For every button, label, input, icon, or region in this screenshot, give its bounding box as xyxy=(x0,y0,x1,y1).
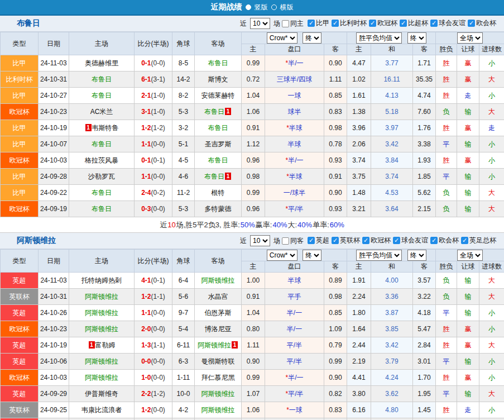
recent-count-select[interactable]: 10 xyxy=(250,18,270,29)
summary-text: 赢率: xyxy=(256,220,272,230)
full-time-score: 1-2 xyxy=(141,406,151,414)
odds-stage-select[interactable]: 终 xyxy=(303,250,321,261)
league-filter-checkbox-item[interactable]: 比利时杯 xyxy=(332,18,367,28)
odds-stage-select[interactable]: 终 xyxy=(303,32,321,44)
league-filter-checkbox-item[interactable]: 球会友谊 xyxy=(393,236,428,245)
handicap: 一球 xyxy=(265,88,324,104)
away-team: 布鲁日 xyxy=(195,120,242,136)
corner-score: 5-6 xyxy=(172,289,195,305)
col-home: 主场 xyxy=(69,250,135,273)
league-filter-checkbox[interactable] xyxy=(369,20,376,27)
league-filter-label: 球会友谊 xyxy=(401,236,428,245)
result-outcome: 胜 xyxy=(436,370,457,386)
league-filter-checkbox[interactable] xyxy=(332,20,339,27)
avg-draw: 3.84 xyxy=(371,152,413,169)
red-card-badge: 1 xyxy=(89,341,95,349)
result-outcome: 胜 xyxy=(436,402,457,418)
away-team: 安德莱赫特 xyxy=(195,88,242,104)
home-team: 阿斯顿维拉 xyxy=(69,321,135,337)
avg-draw: 3.77 xyxy=(371,55,413,71)
recent-count-select[interactable]: 10 xyxy=(250,235,270,246)
result-outcome: 平 xyxy=(436,354,457,370)
odds-company-select[interactable]: Crow* xyxy=(267,32,297,44)
league-filter-checkbox-item[interactable]: 英超 xyxy=(308,236,329,245)
match-date: 24-10-26 xyxy=(39,305,69,321)
league-type-badge: 比甲 xyxy=(1,88,39,104)
odds-away: 0.93 xyxy=(324,152,347,169)
result-outcome: 胜 xyxy=(436,120,457,136)
league-type-badge: 欧冠杯 xyxy=(1,370,39,386)
scope-select[interactable]: 全场 xyxy=(457,32,483,44)
score: 3-1(1-0) xyxy=(135,104,172,120)
result-outcome: 平 xyxy=(436,136,457,152)
full-time-score: 1-1 xyxy=(141,309,151,317)
avg-away: 5.46 xyxy=(413,418,436,420)
league-filter-checkbox-item[interactable]: 比甲 xyxy=(308,18,329,28)
horizontal-layout-radio[interactable] xyxy=(271,4,277,10)
full-time-score: 0-1 xyxy=(141,156,151,164)
scope-select[interactable]: 全场 xyxy=(457,250,483,261)
avg-home: 3.96 xyxy=(347,120,371,136)
same-venue-checkbox-item[interactable]: 同主 xyxy=(282,19,304,28)
league-filter-label: 欧会杯 xyxy=(476,18,496,28)
corner-score: 10-0 xyxy=(172,386,195,402)
avg-stage-select[interactable]: 终 xyxy=(407,32,426,44)
match-date: 24-09-29 xyxy=(39,386,69,402)
goals-outcome: 小 xyxy=(479,88,504,104)
away-team-name: 圣吉罗斯 xyxy=(205,140,232,148)
league-filter-checkbox-item[interactable]: 英联杯 xyxy=(332,236,360,245)
league-filter-checkbox[interactable] xyxy=(362,237,369,244)
handicap-outcome: 赢 xyxy=(457,418,479,420)
summary-text: 场,胜5平2负3, 胜率: xyxy=(176,220,240,230)
home-team-name: 布鲁日 xyxy=(92,75,112,83)
league-filter-checkbox[interactable] xyxy=(430,20,438,27)
match-row: 比甲24-09-28沙勒罗瓦1-1(0-0)4-6布鲁日10.98*半球0.91… xyxy=(1,169,504,185)
home-team-name: 阿斯顿维拉 xyxy=(85,357,118,365)
avg-away: 4.18 xyxy=(413,305,436,321)
vertical-layout-label[interactable]: 竖版 xyxy=(255,3,268,12)
same-venue-checkbox[interactable] xyxy=(282,20,289,27)
league-filter-checkbox[interactable] xyxy=(332,237,339,244)
league-filter-checkbox[interactable] xyxy=(393,237,400,244)
league-filter-checkbox[interactable] xyxy=(461,237,468,244)
match-date: 24-10-27 xyxy=(39,88,69,104)
league-filter-checkbox[interactable] xyxy=(430,237,438,244)
odds-company-select[interactable]: Crow* xyxy=(267,250,297,261)
avg-type-select[interactable]: 胜平负均值 xyxy=(356,32,402,44)
league-filter-checkbox[interactable] xyxy=(308,20,315,27)
league-filter-checkbox[interactable] xyxy=(468,20,475,27)
match-row: 欧冠杯24-10-03格拉茨风暴0-1(0-1)4-5布鲁日0.96*半/一0.… xyxy=(1,152,504,169)
goals-outcome: 走 xyxy=(479,120,504,136)
league-filter-checkbox-item[interactable]: 欧会杯 xyxy=(430,236,459,245)
home-team: 阿斯顿维拉 xyxy=(69,418,135,420)
league-filter-checkbox-item[interactable]: 球会友谊 xyxy=(430,18,465,28)
league-filter-checkbox-item[interactable]: 英足总杯 xyxy=(461,236,496,245)
home-team: 格拉茨风暴 xyxy=(69,152,135,169)
odds-away: 0.85 xyxy=(324,88,347,104)
away-team-name: 多特蒙德 xyxy=(205,205,232,213)
same-venue-checkbox[interactable] xyxy=(282,237,289,245)
avg-home: 1.38 xyxy=(347,104,371,120)
league-filter-checkbox-item[interactable]: 欧会杯 xyxy=(468,18,496,28)
vertical-layout-radio[interactable] xyxy=(246,4,251,10)
same-venue-checkbox-item[interactable]: 同客 xyxy=(282,236,304,246)
league-filter-checkbox-item[interactable]: 比超杯 xyxy=(400,18,428,28)
match-date: 24-10-07 xyxy=(39,136,69,152)
handicap-text: 半/一 xyxy=(287,309,302,317)
red-card-badge: 1 xyxy=(85,124,92,131)
handicap-outcome: 赢 xyxy=(457,370,479,386)
avg-stage-select[interactable]: 终 xyxy=(407,250,426,261)
avg-type-select[interactable]: 胜平负均值 xyxy=(356,250,402,261)
league-filter-checkbox-item[interactable]: 欧冠杯 xyxy=(362,236,391,245)
league-filter-label: 英超 xyxy=(316,236,329,245)
league-filter-group: 英超英联杯欧冠杯球会友谊欧会杯英足总杯 xyxy=(308,236,498,246)
avg-away: 3.38 xyxy=(413,136,436,152)
league-filter-checkbox-item[interactable]: 欧冠杯 xyxy=(369,18,397,28)
match-date: 24-09-25 xyxy=(39,402,69,418)
league-filter-checkbox[interactable] xyxy=(400,20,407,27)
horizontal-layout-label[interactable]: 横版 xyxy=(280,3,294,12)
avg-home: 1.61 xyxy=(347,88,371,104)
handicap-text: 一球 xyxy=(288,92,301,99)
league-filter-checkbox[interactable] xyxy=(308,237,315,244)
odds-home: 1.04 xyxy=(242,88,265,104)
